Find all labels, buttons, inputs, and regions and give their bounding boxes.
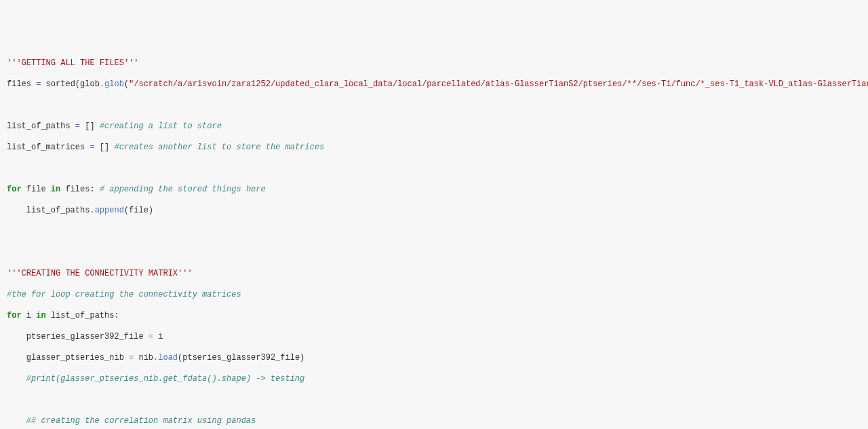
code-line: ptseries_glasser392_file = i <box>7 332 861 343</box>
comment: #the for loop creating the connectivity … <box>7 290 241 299</box>
blank-line <box>7 100 861 111</box>
keyword-in: in <box>36 311 45 320</box>
code-line: glasser_ptseries_nib = nib.load(ptseries… <box>7 353 861 364</box>
blank-line <box>7 164 861 174</box>
comment: #creates another list to store the matri… <box>114 143 324 152</box>
code-line: files = sorted(glob.glob("/scratch/a/ari… <box>7 79 861 90</box>
blank-line <box>7 395 861 406</box>
code-line: list_of_paths = [] #creating a list to s… <box>7 122 861 132</box>
path-string: "/scratch/a/arisvoin/zara1252/updated_cl… <box>129 79 868 89</box>
blank-line <box>7 248 861 259</box>
code-line: '''GETTING ALL THE FILES''' <box>7 58 861 69</box>
code-line: list_of_paths.append(file) <box>7 206 861 217</box>
code-cell[interactable]: '''GETTING ALL THE FILES''' files = sort… <box>7 48 861 429</box>
comment: #print(glasser_ptseries_nib.get_fdata().… <box>7 374 304 384</box>
keyword-for: for <box>7 185 22 194</box>
keyword-in: in <box>51 185 60 194</box>
code-line: #print(glasser_ptseries_nib.get_fdata().… <box>7 374 861 385</box>
comment: # appending the stored things here <box>100 185 266 194</box>
keyword-for: for <box>7 311 22 320</box>
docstring: '''CREATING THE CONNECTIVITY MATRIX''' <box>7 269 193 278</box>
code-line: ## creating the correlation matrix using… <box>7 416 861 427</box>
docstring: '''GETTING ALL THE FILES''' <box>7 58 138 68</box>
code-line: list_of_matrices = [] #creates another l… <box>7 143 861 153</box>
code-line: '''CREATING THE CONNECTIVITY MATRIX''' <box>7 269 861 280</box>
comment: ## creating the correlation matrix using… <box>7 416 256 426</box>
blank-line <box>7 227 861 238</box>
code-line: for i in list_of_paths: <box>7 311 861 322</box>
comment: #creating a list to store <box>100 122 222 131</box>
code-line: #the for loop creating the connectivity … <box>7 290 861 301</box>
code-line: for file in files: # appending the store… <box>7 185 861 195</box>
